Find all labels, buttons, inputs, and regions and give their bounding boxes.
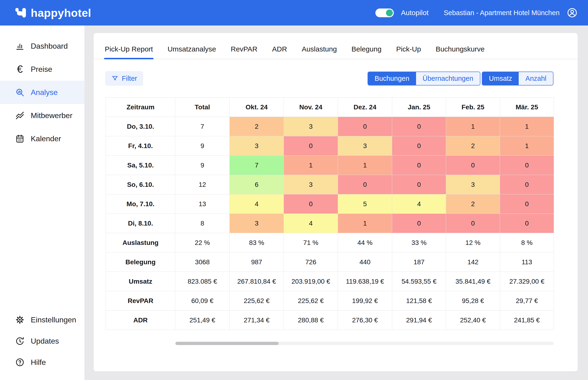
- summary-row: Auslastung22 %83 %71 %44 %33 %12 %8 %: [106, 233, 554, 252]
- column-header: Okt. 24: [230, 97, 284, 117]
- sidebar: Dashboard € Preise Analyse Mitbewerber: [0, 25, 84, 380]
- heatmap-cell: 3: [230, 136, 284, 156]
- heatmap-cell: 1: [338, 156, 392, 175]
- heatmap-cell: 0: [500, 194, 554, 214]
- column-header: Mär. 25: [500, 97, 554, 117]
- total-cell: 9: [175, 156, 230, 175]
- tab-buchungskurve[interactable]: Buchungskurve: [436, 45, 485, 59]
- summary-cell: 267.810,84 €: [230, 272, 284, 291]
- pickup-row: Mo, 7.10.13405420: [106, 194, 554, 214]
- top-bar: happyhotel Autopilot Sebastian - Apartme…: [0, 0, 588, 25]
- pickup-row: Di, 8.10.8341000: [106, 214, 554, 233]
- summary-row: ADR251,49 €271,34 €280,88 €276,30 €291,9…: [106, 311, 554, 330]
- row-label: Belegung: [106, 252, 175, 272]
- summary-cell: 291,94 €: [392, 311, 446, 330]
- horizontal-scrollbar-track[interactable]: [175, 342, 554, 345]
- summary-cell: 726: [284, 252, 338, 272]
- sidebar-item-hilfe[interactable]: Hilfe: [0, 352, 84, 373]
- column-header: Dez. 24: [338, 97, 392, 117]
- heatmap-cell: 0: [338, 175, 392, 194]
- summary-cell: 60,09 €: [175, 291, 230, 311]
- heatmap-cell: 4: [284, 214, 338, 233]
- summary-cell: 35.841,49 €: [446, 272, 500, 291]
- heatmap-cell: 6: [230, 175, 284, 194]
- heatmap-cell: 1: [500, 117, 554, 136]
- clock-refresh-icon: [15, 336, 25, 346]
- tab-umsatzanalyse[interactable]: Umsatzanalyse: [168, 45, 216, 59]
- heatmap-cell: 1: [338, 214, 392, 233]
- metric-toggle-umsatz[interactable]: Umsatz: [482, 72, 519, 85]
- happyhotel-logo: happyhotel: [15, 6, 91, 19]
- sidebar-item-preise[interactable]: € Preise: [0, 58, 84, 81]
- summary-cell: 113: [500, 252, 554, 272]
- row-label: Mo, 7.10.: [106, 194, 175, 214]
- summary-cell: 22 %: [175, 233, 230, 252]
- user-avatar-icon[interactable]: [567, 7, 578, 18]
- metric-toggle: Umsatz Anzahl: [482, 72, 553, 85]
- tab-pick-up-report[interactable]: Pick-Up Report: [105, 45, 153, 59]
- heatmap-cell: 2: [446, 194, 500, 214]
- total-cell: 7: [175, 117, 230, 136]
- unit-toggle: Buchungen Übernachtungen: [368, 72, 480, 85]
- pickup-row: Fr, 4.10.9303021: [106, 136, 554, 156]
- heatmap-cell: 1: [500, 136, 554, 156]
- sidebar-item-kalender[interactable]: Kalender: [0, 127, 84, 150]
- summary-row: RevPAR60,09 €225,62 €225,62 €199,92 €121…: [106, 291, 554, 311]
- horizontal-scrollbar-thumb[interactable]: [175, 342, 279, 345]
- heatmap-cell: 3: [284, 117, 338, 136]
- autopilot-label: Autopilot: [401, 9, 429, 17]
- heatmap-cell: 5: [338, 194, 392, 214]
- sidebar-item-label: Dashboard: [31, 42, 68, 51]
- summary-row: Umsatz823.085 €267.810,84 €203.919,00 €1…: [106, 272, 554, 291]
- summary-cell: 187: [392, 252, 446, 272]
- unit-toggle-buchungen[interactable]: Buchungen: [368, 72, 416, 85]
- heatmap-cell: 3: [446, 175, 500, 194]
- help-icon: [15, 358, 25, 367]
- sidebar-item-einstellungen[interactable]: Einstellungen: [0, 309, 84, 330]
- pickup-row: So, 6.10.12630030: [106, 175, 554, 194]
- summary-cell: 280,88 €: [284, 311, 338, 330]
- summary-cell: 987: [230, 252, 284, 272]
- metric-toggle-anzahl[interactable]: Anzahl: [519, 72, 553, 85]
- sidebar-item-analyse[interactable]: Analyse: [0, 81, 84, 104]
- summary-cell: 225,62 €: [230, 291, 284, 311]
- heatmap-cell: 3: [338, 136, 392, 156]
- filter-button-label: Filter: [122, 75, 137, 82]
- user-name: Sebastian - Apartment Hotel München: [444, 9, 560, 17]
- unit-toggle-uebernachtungen[interactable]: Übernachtungen: [416, 72, 480, 85]
- heatmap-cell: 0: [392, 117, 446, 136]
- summary-cell: 251,49 €: [175, 311, 230, 330]
- sidebar-item-updates[interactable]: Updates: [0, 330, 84, 352]
- search-analytics-icon: [15, 88, 25, 97]
- summary-cell: 33 %: [392, 233, 446, 252]
- row-label: Sa, 5.10.: [106, 156, 175, 175]
- filter-button[interactable]: Filter: [105, 71, 143, 86]
- row-label: Auslastung: [106, 233, 175, 252]
- heatmap-cell: 2: [446, 136, 500, 156]
- autopilot-toggle[interactable]: [375, 8, 394, 17]
- column-header: Total: [175, 97, 230, 117]
- heatmap-cell: 0: [446, 156, 500, 175]
- report-tabs: Pick-Up ReportUmsatzanalyseRevPARADRAusl…: [94, 33, 578, 59]
- heatmap-cell: 0: [392, 136, 446, 156]
- summary-cell: 71 %: [284, 233, 338, 252]
- summary-cell: 95,28 €: [446, 291, 500, 311]
- trend-lines-icon: [15, 111, 25, 120]
- tab-pick-up[interactable]: Pick-Up: [396, 45, 421, 59]
- tab-belegung[interactable]: Belegung: [352, 45, 381, 59]
- sidebar-item-label: Analyse: [31, 88, 58, 97]
- row-label: Fr, 4.10.: [106, 136, 175, 156]
- sidebar-item-dashboard[interactable]: Dashboard: [0, 35, 84, 58]
- summary-cell: 823.085 €: [175, 272, 230, 291]
- sidebar-item-mitbewerber[interactable]: Mitbewerber: [0, 104, 84, 127]
- heatmap-cell: 3: [284, 175, 338, 194]
- tab-auslastung[interactable]: Auslastung: [302, 45, 337, 59]
- tab-adr[interactable]: ADR: [272, 45, 287, 59]
- column-header: Jan. 25: [392, 97, 446, 117]
- heatmap-cell: 1: [446, 117, 500, 136]
- heatmap-cell: 1: [284, 156, 338, 175]
- tab-revpar[interactable]: RevPAR: [231, 45, 257, 59]
- heatmap-cell: 0: [392, 156, 446, 175]
- sidebar-item-label: Updates: [31, 337, 59, 345]
- heatmap-cell: 2: [230, 117, 284, 136]
